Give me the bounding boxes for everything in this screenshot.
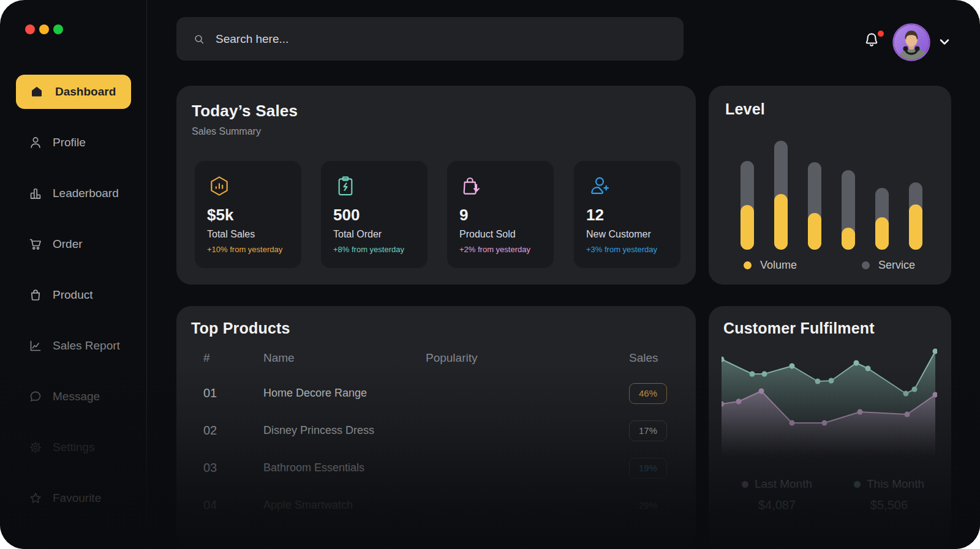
data-point bbox=[905, 412, 910, 417]
sales-badge: 46% bbox=[629, 383, 667, 404]
product-name: Bathroom Essentials bbox=[263, 461, 426, 474]
sidebar-item-label: Dashboard bbox=[55, 85, 116, 99]
level-bar bbox=[875, 188, 889, 250]
home-icon bbox=[29, 84, 44, 99]
todays-sales-subtitle: Sales Summary bbox=[192, 126, 261, 137]
sidebar-item-label: Settings bbox=[53, 441, 95, 454]
data-point bbox=[933, 349, 938, 354]
sidebar-item-label: Order bbox=[53, 237, 83, 251]
volume-bar-segment bbox=[842, 228, 855, 250]
bag-icon bbox=[28, 288, 43, 302]
sidebar-item-settings[interactable]: Settings bbox=[16, 435, 131, 460]
data-point bbox=[736, 399, 742, 405]
stat-card-total-sales: $5k Total Sales +10% from yesterday bbox=[195, 161, 301, 268]
stat-value: 9 bbox=[459, 206, 541, 225]
stat-card-new-customer: 12 New Customer +3% from yesterday bbox=[574, 161, 680, 268]
sidebar-item-dashboard[interactable]: Dashboard bbox=[16, 75, 131, 109]
volume-legend-dot bbox=[744, 261, 752, 269]
product-name: Disney Princess Dress bbox=[263, 424, 426, 437]
col-header-popularity: Popularity bbox=[426, 351, 629, 365]
this-month-legend-dot bbox=[854, 481, 861, 488]
product-rank: 02 bbox=[203, 424, 263, 438]
volume-bar-segment bbox=[808, 213, 821, 250]
level-bar bbox=[808, 162, 821, 250]
sidebar-item-message[interactable]: Message bbox=[16, 384, 131, 409]
user-plus-icon bbox=[586, 174, 611, 198]
volume-bar-segment bbox=[774, 194, 788, 250]
sidebar-item-favourite[interactable]: Favourite bbox=[16, 486, 131, 510]
product-rank: 01 bbox=[203, 386, 263, 400]
sidebar-item-sales-report[interactable]: Sales Report bbox=[16, 334, 131, 358]
col-header-name: Name bbox=[263, 351, 426, 365]
service-legend-dot bbox=[862, 261, 870, 269]
customer-fulfilment-card: Customer Fulfilment Last Month $4,087 Th… bbox=[709, 306, 951, 549]
leaderboard-icon bbox=[28, 186, 43, 201]
notification-bell-button[interactable] bbox=[862, 31, 883, 51]
legend-item-this-month: This Month $5,506 bbox=[833, 477, 945, 512]
search-input[interactable] bbox=[216, 32, 668, 46]
volume-bar-segment bbox=[909, 204, 922, 250]
close-window-button[interactable] bbox=[25, 24, 35, 34]
data-point bbox=[858, 409, 863, 415]
sidebar-item-leaderboard[interactable]: Leaderboard bbox=[16, 181, 131, 206]
sidebar-item-label: Leaderboard bbox=[53, 187, 119, 200]
data-point bbox=[912, 387, 918, 392]
col-header-sales: Sales bbox=[629, 351, 667, 365]
last-month-value: $4,087 bbox=[721, 498, 833, 512]
minimize-window-button[interactable] bbox=[39, 24, 49, 34]
this-month-legend-label: This Month bbox=[867, 477, 924, 491]
stat-delta: +10% from yesterday bbox=[207, 245, 289, 254]
sidebar-item-label: Favourite bbox=[53, 491, 101, 505]
sidebar-nav: Dashboard Profile Leaderboard Order bbox=[16, 75, 131, 537]
sidebar-item-product[interactable]: Product bbox=[16, 283, 131, 307]
data-point bbox=[854, 360, 859, 366]
todays-sales-title: Today’s Sales bbox=[192, 102, 298, 121]
message-icon bbox=[28, 389, 43, 404]
sidebar-item-profile[interactable]: Profile bbox=[16, 130, 131, 155]
gear-icon bbox=[28, 440, 43, 455]
data-point bbox=[762, 372, 767, 377]
stat-delta: +8% from yesterday bbox=[333, 245, 415, 254]
level-bar bbox=[909, 182, 922, 250]
product-name: Apple Smartwatch bbox=[263, 499, 426, 512]
app-window: Dashboard Profile Leaderboard Order bbox=[0, 0, 980, 549]
legend-item-volume: Volume bbox=[744, 259, 797, 272]
data-point bbox=[790, 364, 795, 369]
clipboard-bolt-icon bbox=[333, 174, 358, 198]
stat-value: $5k bbox=[207, 206, 289, 225]
stat-delta: +2% from yesterday bbox=[459, 245, 541, 254]
window-controls bbox=[25, 24, 63, 34]
zoom-window-button[interactable] bbox=[53, 24, 63, 34]
stat-card-product-sold: 9 Product Sold +2% from yesterday bbox=[447, 161, 554, 268]
search-icon bbox=[192, 32, 206, 46]
data-point bbox=[865, 366, 871, 372]
line-chart-icon bbox=[28, 338, 43, 353]
data-point bbox=[815, 379, 821, 384]
last-month-legend-label: Last Month bbox=[755, 477, 812, 491]
data-point bbox=[829, 378, 834, 384]
sidebar: Dashboard Profile Leaderboard Order bbox=[0, 0, 147, 549]
legend-item-last-month: Last Month $4,087 bbox=[721, 477, 833, 512]
volume-legend-label: Volume bbox=[760, 259, 797, 272]
profile-menu-chevron-down-icon[interactable] bbox=[937, 34, 952, 49]
user-avatar[interactable] bbox=[892, 23, 930, 61]
volume-bar-segment bbox=[741, 205, 754, 250]
legend-item-service: Service bbox=[862, 259, 915, 272]
fulfilment-legend: Last Month $4,087 This Month $5,506 bbox=[721, 477, 945, 512]
volume-bar-segment bbox=[875, 217, 889, 250]
level-bar bbox=[741, 161, 754, 250]
data-point bbox=[750, 372, 755, 377]
cart-icon bbox=[28, 237, 43, 252]
sidebar-item-order[interactable]: Order bbox=[16, 232, 131, 256]
table-row: 01Home Decore Range46% bbox=[203, 375, 696, 412]
sidebar-item-label: Product bbox=[53, 288, 92, 302]
notification-badge bbox=[878, 31, 884, 37]
last-month-legend-dot bbox=[742, 481, 748, 488]
table-row: 04Apple Smartwatch29% bbox=[203, 487, 696, 524]
table-header: # Name Popularity Sales bbox=[203, 351, 667, 365]
table-row: 03Bathroom Essentials19% bbox=[203, 449, 696, 487]
data-point bbox=[903, 391, 909, 397]
stat-value: 500 bbox=[333, 206, 415, 225]
todays-sales-card: Today’s Sales Sales Summary $5k Total Sa… bbox=[176, 86, 696, 285]
search-bar bbox=[176, 17, 684, 61]
